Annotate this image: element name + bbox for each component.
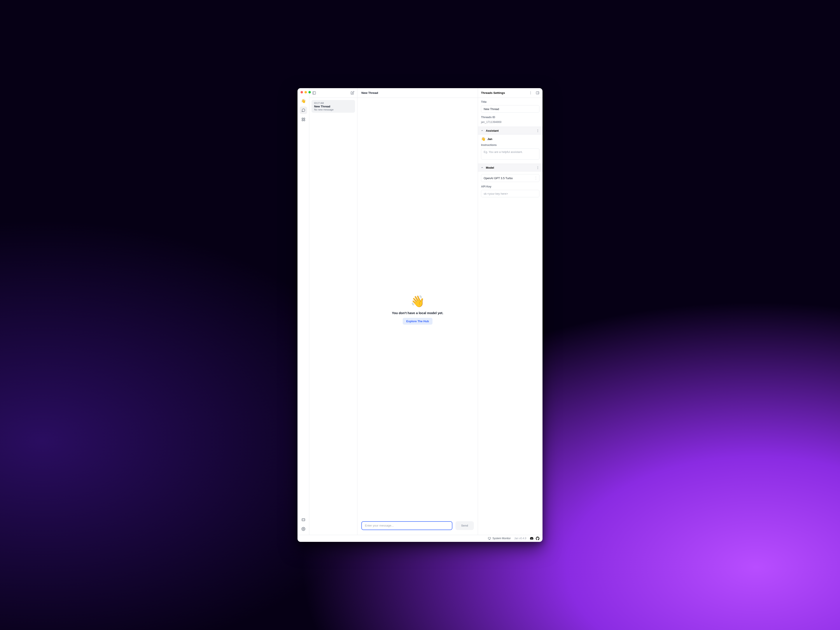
svg-rect-2 <box>302 120 303 121</box>
title-input[interactable] <box>481 105 540 113</box>
sidebar-item-chat[interactable] <box>300 107 307 114</box>
assistant-more-button[interactable] <box>535 129 540 133</box>
threadid-label: Threads ID <box>481 116 540 119</box>
model-heading: Model <box>486 166 494 169</box>
discord-icon <box>530 537 534 540</box>
github-link[interactable] <box>536 537 540 540</box>
icon-sidebar-top: 👋 <box>300 97 307 123</box>
svg-point-10 <box>530 94 531 94</box>
minimize-window-button[interactable] <box>305 91 307 93</box>
main-title: New Thread <box>362 91 378 95</box>
message-input[interactable] <box>362 521 452 530</box>
compose-icon <box>351 91 354 95</box>
threads-column: 03:27 AM New Thread No new message <box>309 88 357 535</box>
svg-rect-11 <box>536 92 539 94</box>
system-monitor-label: System Monitor <box>493 537 510 540</box>
apikey-label: API Key <box>481 185 540 188</box>
icon-sidebar-bottom <box>300 516 307 535</box>
thread-subtitle: No new message <box>314 108 352 111</box>
collapse-left-button[interactable] <box>312 91 316 95</box>
apikey-input[interactable] <box>481 190 540 197</box>
wave-emoji-large: 👋 <box>411 295 425 308</box>
threadid-value: jan_1711394869 <box>481 120 540 123</box>
thread-title: New Thread <box>314 105 352 108</box>
instructions-section: Instructions <box>478 142 543 164</box>
svg-point-15 <box>537 131 538 132</box>
social-links <box>530 537 540 540</box>
fullscreen-window-button[interactable] <box>308 91 311 93</box>
app-window: 👋 <box>297 88 543 542</box>
chevron-up-icon <box>481 129 484 132</box>
svg-rect-1 <box>304 118 305 119</box>
empty-state-text: You don't have a local model yet. <box>392 311 443 315</box>
close-window-button[interactable] <box>300 91 303 93</box>
svg-point-18 <box>537 169 538 169</box>
thread-time: 03:27 AM <box>314 102 352 104</box>
model-more-button[interactable] <box>535 166 540 169</box>
more-vertical-icon <box>536 129 540 133</box>
status-bar: System Monitor Jan v0.4.9 <box>297 535 543 542</box>
panel-right-icon <box>536 91 540 95</box>
instructions-textarea[interactable] <box>481 148 540 160</box>
traffic-lights <box>300 91 311 93</box>
wave-icon: 👋 <box>301 99 306 103</box>
main-column: New Thread 👋 You don't have a local mode… <box>357 88 478 535</box>
send-button[interactable]: Send <box>455 521 474 530</box>
settings-header: Threads Settings <box>478 88 543 98</box>
assistant-accordion[interactable]: Assistant <box>478 127 543 134</box>
collapse-right-button[interactable] <box>536 91 540 95</box>
main-header: New Thread <box>357 88 478 98</box>
settings-column: Threads Settings Title Threads ID jan_17… <box>478 88 543 535</box>
new-thread-button[interactable] <box>350 91 355 95</box>
settings-header-title: Threads Settings <box>481 91 505 95</box>
chat-icon <box>302 108 305 112</box>
assistant-heading: Assistant <box>486 129 499 133</box>
settings-title-section: Title <box>478 98 543 116</box>
threads-list: 03:27 AM New Thread No new message <box>309 98 357 115</box>
github-icon <box>536 537 540 540</box>
svg-point-5 <box>303 529 304 530</box>
code-icon <box>302 518 305 522</box>
more-vertical-icon <box>529 91 532 95</box>
explore-hub-button[interactable]: Explore The Hub <box>403 318 432 325</box>
svg-point-9 <box>530 93 531 93</box>
version-label: Jan v0.4.9 <box>514 537 526 540</box>
sidebar-item-hub[interactable] <box>300 116 307 123</box>
main-body: 👋 You don't have a local model yet. Expl… <box>357 98 478 521</box>
sidebar-item-settings[interactable] <box>300 525 307 533</box>
thread-item[interactable]: 03:27 AM New Thread No new message <box>311 100 355 113</box>
model-selector[interactable]: OpenAI GPT 3.5 Turbo <box>481 174 540 182</box>
sidebar-item-assistant[interactable]: 👋 <box>300 97 307 105</box>
sidebar-item-dev[interactable] <box>300 516 307 523</box>
discord-link[interactable] <box>530 537 534 540</box>
gear-icon <box>302 527 305 531</box>
svg-rect-0 <box>302 118 303 119</box>
svg-point-13 <box>537 129 538 130</box>
settings-more-button[interactable] <box>528 91 533 95</box>
grid-icon <box>302 117 305 122</box>
svg-rect-19 <box>488 537 491 539</box>
model-section: OpenAI GPT 3.5 Turbo <box>478 172 543 185</box>
settings-threadid-section: Threads ID jan_1711394869 <box>478 116 543 127</box>
svg-point-14 <box>537 130 538 131</box>
monitor-icon <box>488 537 491 540</box>
title-label: Title <box>481 100 540 103</box>
assistant-name: Jan <box>487 137 492 141</box>
icon-sidebar: 👋 <box>297 88 309 535</box>
threads-header <box>309 88 357 98</box>
svg-rect-3 <box>304 120 305 121</box>
svg-rect-4 <box>302 519 305 521</box>
composer: Send <box>357 521 478 535</box>
svg-point-17 <box>537 167 538 168</box>
chevron-updown-icon <box>535 176 537 180</box>
instructions-label: Instructions <box>481 144 540 147</box>
model-selected: OpenAI GPT 3.5 Turbo <box>484 177 513 180</box>
svg-rect-6 <box>313 92 316 94</box>
system-monitor-button[interactable]: System Monitor <box>488 537 510 540</box>
svg-point-8 <box>530 92 531 92</box>
window-body: 👋 <box>297 88 543 535</box>
apikey-section: API Key <box>478 185 543 201</box>
model-accordion[interactable]: Model <box>478 164 543 172</box>
wave-icon: 👋 <box>481 137 486 141</box>
chevron-up-icon <box>481 166 484 169</box>
